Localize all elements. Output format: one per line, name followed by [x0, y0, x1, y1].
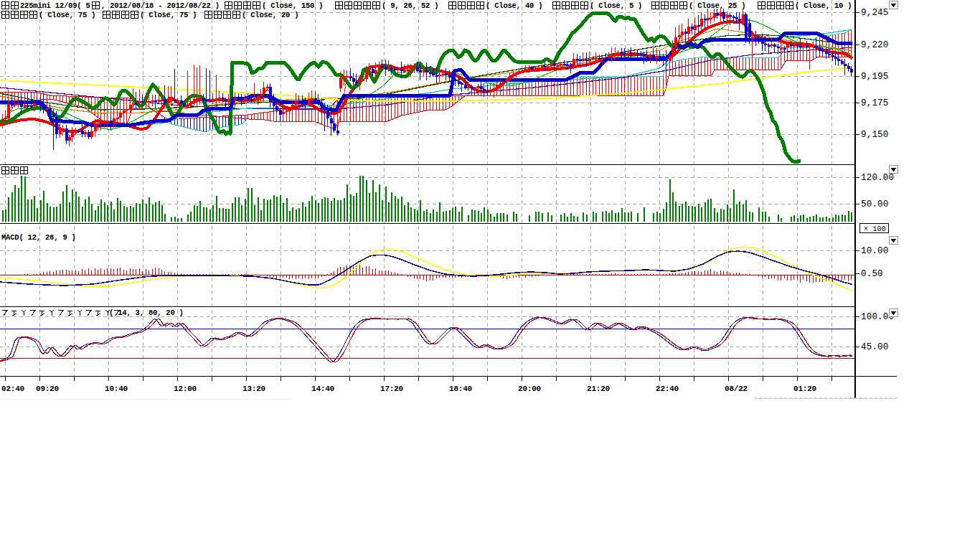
- svg-text:, 2012/08/18 - 2012/08/22 ): , 2012/08/18 - 2012/08/22 ): [101, 1, 220, 10]
- svg-text:( Close, 150 ): ( Close, 150 ): [262, 1, 323, 10]
- svg-text:21:20: 21:20: [587, 385, 610, 393]
- svg-text:( Close, 10 ): ( Close, 10 ): [795, 1, 852, 10]
- svg-text:MACD( 12, 26, 9 ): MACD( 12, 26, 9 ): [1, 233, 76, 242]
- svg-text:01:20: 01:20: [793, 385, 816, 393]
- svg-text:9,245: 9,245: [861, 8, 889, 18]
- svg-text:( 9, 26, 52 ): ( 9, 26, 52 ): [382, 1, 438, 10]
- svg-text:17:20: 17:20: [380, 385, 403, 393]
- svg-text:( Close, 20 ): ( Close, 20 ): [242, 11, 298, 19]
- svg-text:13:20: 13:20: [242, 385, 265, 393]
- svg-text:9,195: 9,195: [861, 72, 889, 82]
- svg-text:( Close, 75 ): ( Close, 75 ): [39, 11, 95, 19]
- svg-text:02:40: 02:40: [1, 385, 24, 393]
- svg-text:120.00: 120.00: [861, 173, 894, 183]
- svg-text:9,220: 9,220: [861, 40, 889, 50]
- svg-text:225mini 12/09( 5: 225mini 12/09( 5: [20, 1, 90, 10]
- svg-text:20:00: 20:00: [518, 385, 541, 393]
- svg-text:14:40: 14:40: [311, 385, 334, 393]
- svg-text:( Close, 5 ): ( Close, 5 ): [590, 1, 642, 10]
- svg-text:( Close, 75 ): ( Close, 75 ): [140, 11, 197, 19]
- svg-text:10:40: 10:40: [105, 385, 128, 393]
- svg-text:22:40: 22:40: [656, 385, 679, 393]
- svg-text:09:20: 09:20: [36, 385, 59, 393]
- svg-text:( Close, 25 ): ( Close, 25 ): [689, 1, 745, 10]
- svg-text:( Close, 40 ): ( Close, 40 ): [486, 1, 542, 10]
- svg-text:08/22: 08/22: [725, 385, 748, 393]
- svg-text:18:40: 18:40: [449, 385, 472, 393]
- svg-text:( 14, 3, 80, 20 ): ( 14, 3, 80, 20 ): [109, 309, 184, 317]
- svg-text:45.00: 45.00: [861, 342, 889, 352]
- svg-text:0.50: 0.50: [861, 269, 883, 279]
- svg-text:50.00: 50.00: [861, 199, 889, 209]
- svg-text:9,175: 9,175: [861, 98, 889, 108]
- svg-text:10.00: 10.00: [861, 246, 889, 256]
- svg-text:× 100: × 100: [864, 225, 886, 233]
- svg-text:12:00: 12:00: [174, 385, 197, 393]
- svg-text:9,150: 9,150: [861, 130, 889, 140]
